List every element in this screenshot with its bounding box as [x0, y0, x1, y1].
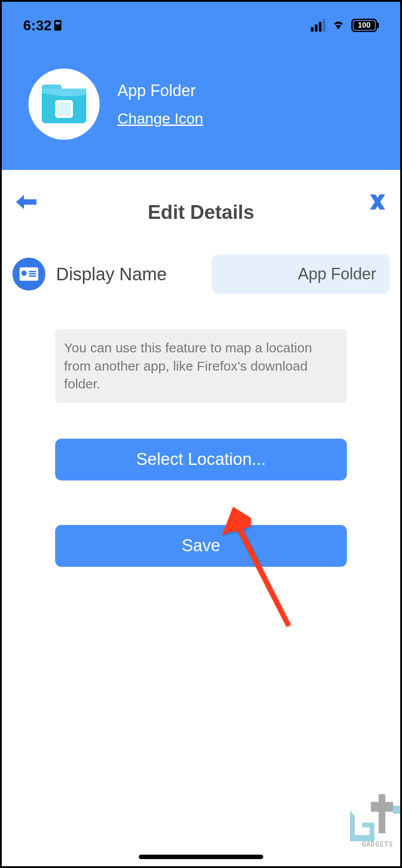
save-button[interactable]: Save	[55, 525, 347, 567]
nav-bar: Edit Details	[2, 170, 400, 228]
close-button[interactable]	[364, 187, 391, 219]
status-indicators: 100	[311, 19, 379, 32]
cellular-signal-icon	[311, 19, 326, 32]
watermark-text: GADGETS	[350, 840, 393, 848]
display-name-label: Display Name	[56, 264, 201, 284]
header: App Folder Change Icon	[2, 42, 400, 170]
svg-rect-2	[57, 102, 71, 116]
page-title: Edit Details	[148, 201, 254, 223]
battery-level: 100	[358, 21, 370, 30]
wifi-icon	[332, 20, 345, 31]
back-button[interactable]	[11, 189, 42, 218]
annotation-arrow-icon	[220, 505, 300, 629]
folder-avatar[interactable]	[28, 69, 100, 140]
face-id-icon	[54, 20, 61, 31]
select-location-button[interactable]: Select Location...	[55, 439, 347, 480]
info-box: You can use this feature to map a locati…	[55, 329, 347, 403]
watermark: GADGETS	[350, 802, 393, 848]
time-text: 6:32	[23, 17, 52, 34]
id-card-icon	[12, 258, 45, 291]
display-name-input[interactable]	[212, 254, 390, 294]
change-icon-link[interactable]: Change Icon	[117, 110, 203, 127]
folder-name: App Folder	[117, 81, 203, 100]
status-bar: 6:32 100	[2, 2, 400, 42]
status-time: 6:32	[23, 17, 61, 34]
folder-icon	[40, 83, 88, 125]
home-indicator[interactable]	[139, 855, 263, 859]
display-name-row: Display Name	[2, 228, 400, 303]
battery-icon: 100	[351, 19, 379, 32]
